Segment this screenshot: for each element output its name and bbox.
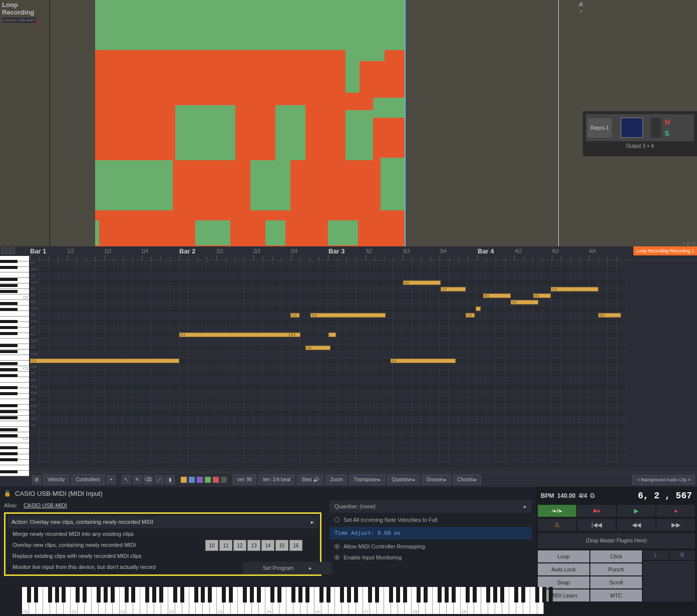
expand-icon[interactable]: ⊞ <box>32 475 41 484</box>
plugin-name[interactable]: Repro-1 <box>588 118 612 138</box>
midi-clip-overview[interactable] <box>95 0 406 246</box>
chords-menu[interactable]: Chords ▸ <box>453 474 481 485</box>
plugin-thumbnail[interactable] <box>621 118 643 138</box>
autolock-button[interactable]: Auto Lock <box>538 563 589 575</box>
channel-btn[interactable]: 14 <box>261 540 274 551</box>
color-swatch[interactable] <box>181 477 187 483</box>
channel-btn[interactable]: 13 <box>247 540 260 551</box>
midi-note[interactable]: G3 <box>310 313 386 318</box>
color-swatch[interactable] <box>205 477 211 483</box>
lock-icon[interactable]: 🔓 <box>4 490 11 497</box>
color-swatch[interactable] <box>221 477 227 483</box>
pointer-tool-icon[interactable]: ↖ <box>122 475 131 484</box>
midi-note[interactable] <box>476 306 481 311</box>
midi-note[interactable]: C3 <box>391 359 456 363</box>
opt-controller-remap[interactable]: Allow MIDI Controller Remapping <box>329 541 532 552</box>
midi-note[interactable]: E3 <box>289 333 300 337</box>
pencil-tool-icon[interactable]: ✎ <box>133 475 142 484</box>
action-option-replace[interactable]: Replace existing clips with newly record… <box>8 550 318 561</box>
punch-button[interactable]: Punch <box>590 563 642 575</box>
midi-note[interactable]: G3 <box>290 313 299 318</box>
midi-input-chip[interactable]: CASIO USB-MIDI <box>2 17 37 24</box>
timeline-ruler[interactable]: Bar 1 Bar 2 Bar 3 Bar 4 const subs=["1|2… <box>30 246 697 260</box>
track-header[interactable]: Loop Recording CASIO USB-MIDI <box>0 0 50 246</box>
velocity-tab[interactable]: Velocity <box>43 474 69 485</box>
channel-btn[interactable]: 16 <box>289 540 302 551</box>
position-display[interactable]: 6, 2 , 567 <box>638 491 692 501</box>
add-marker-icon[interactable]: + <box>580 8 583 14</box>
step-mode[interactable]: Step 🔊 <box>297 474 323 485</box>
close-icon[interactable] <box>1 247 8 254</box>
note-grid[interactable]: for(let r=0;r<32;r++)for(let c=0;c<64;c+… <box>30 260 697 472</box>
set-program-menu[interactable]: Set Program ▸ <box>243 562 332 574</box>
rewind-button[interactable]: ◀◀ <box>617 519 655 531</box>
piano-widget[interactable]: for(let i=0;i<75;i++)document.write('<di… <box>22 587 543 614</box>
eraser-tool-icon[interactable]: ⌫ <box>144 475 153 484</box>
channel-btn[interactable]: 10 <box>205 540 218 551</box>
midi-note[interactable]: C3 <box>30 359 179 363</box>
play-button[interactable]: ▶ <box>617 505 655 517</box>
midi-note[interactable]: D3 <box>305 346 330 350</box>
loop-button[interactable]: Loop <box>538 550 589 562</box>
midi-note[interactable]: G3 <box>466 313 475 318</box>
midi-note[interactable]: C4 <box>551 287 598 291</box>
warning-icon[interactable]: ⚠ <box>538 519 576 531</box>
solo-button[interactable]: S <box>663 128 672 138</box>
channel-btn[interactable]: 11 <box>219 540 232 551</box>
click-button[interactable]: Click <box>590 550 642 562</box>
lock-icon[interactable] <box>9 247 15 254</box>
channel-btn[interactable]: 15 <box>275 540 288 551</box>
record-arm-button[interactable]: ● <box>656 505 695 517</box>
opt-input-monitoring[interactable]: Enable Input Monitoring <box>329 552 532 563</box>
line-tool-icon[interactable]: ／ <box>155 475 164 484</box>
right-meter[interactable]: R <box>669 550 695 560</box>
color-swatch[interactable] <box>213 477 219 483</box>
record-button[interactable]: ■● <box>577 505 616 517</box>
clip-name[interactable]: Loop Recording Recording 1 <box>633 246 697 255</box>
transpose-menu[interactable]: Transpose ▸ <box>349 474 385 485</box>
bpm-value[interactable]: 140.00 <box>557 492 576 499</box>
plugin-output-label[interactable]: Output 3 + 4 <box>586 143 694 149</box>
master-plugins-drop[interactable]: (Drop Master Plugins Here) <box>538 533 695 548</box>
timesig[interactable]: 4/4 <box>579 492 587 499</box>
playhead[interactable] <box>558 0 559 246</box>
forward-button[interactable]: ▶▶ <box>656 519 695 531</box>
midi-note[interactable]: E3 <box>179 333 289 337</box>
quantise-menu[interactable]: Quantise ▸ <box>387 474 420 485</box>
zoom-button[interactable]: Zoom <box>325 474 347 485</box>
midi-note[interactable] <box>328 333 336 337</box>
color-swatch[interactable] <box>189 477 195 483</box>
mute-button[interactable]: M <box>663 117 672 127</box>
arrange-clip-area[interactable]: A + Repro-1 M S Output 3 + 4 + Z - F <box>50 0 697 246</box>
opt-velocities-full[interactable]: Set All Incoming Note Velocities to Full <box>329 514 532 525</box>
key[interactable]: G <box>590 492 594 499</box>
marker-a[interactable]: A <box>579 1 583 8</box>
add-controller-icon[interactable]: + <box>107 475 116 484</box>
note-length[interactable]: len: 1/4 beat <box>258 474 295 485</box>
left-meter[interactable]: L <box>643 550 668 560</box>
midi-note[interactable]: D4 <box>403 280 441 285</box>
controllers-tab[interactable]: Controllers <box>71 474 104 485</box>
midi-note[interactable]: G3 <box>598 313 621 318</box>
background-clip-selector[interactable]: < Background Audio Clip > <box>632 475 695 485</box>
paint-tool-icon[interactable]: ▮ <box>166 475 175 484</box>
midi-note[interactable]: B3 <box>533 293 551 298</box>
action-option-merge[interactable]: Merge newly recorded MIDI into any exist… <box>8 528 318 539</box>
plugin-slot[interactable]: Repro-1 M S <box>586 114 694 141</box>
velocity-value[interactable]: vel: 96 <box>233 474 256 485</box>
channel-btn[interactable]: 12 <box>233 540 246 551</box>
midi-note[interactable]: A3 <box>511 300 538 304</box>
zoom-fit-controls[interactable]: + Z - F <box>682 241 696 246</box>
ab-loop-button[interactable]: A▸B▸ <box>538 505 576 517</box>
groove-menu[interactable]: Groove ▸ <box>422 474 451 485</box>
color-swatch[interactable] <box>197 477 203 483</box>
scroll-button[interactable]: Scroll <box>590 576 642 588</box>
mtc-button[interactable]: MTC <box>590 589 642 601</box>
piano-ruler[interactable]: document.write(Array.from({length:40},(_… <box>0 256 29 476</box>
action-current[interactable]: Action: Overlay new clips, containing ne… <box>8 516 318 528</box>
time-adjust[interactable]: Time Adjust: 0.00 ms <box>329 527 532 539</box>
alias-value[interactable]: CASIO USB-MIDI <box>24 502 67 508</box>
quantise-selector[interactable]: Quantise: (none)▸ <box>329 500 532 513</box>
midi-note[interactable]: B3 <box>483 293 511 298</box>
midi-note[interactable]: C4 <box>441 287 466 291</box>
